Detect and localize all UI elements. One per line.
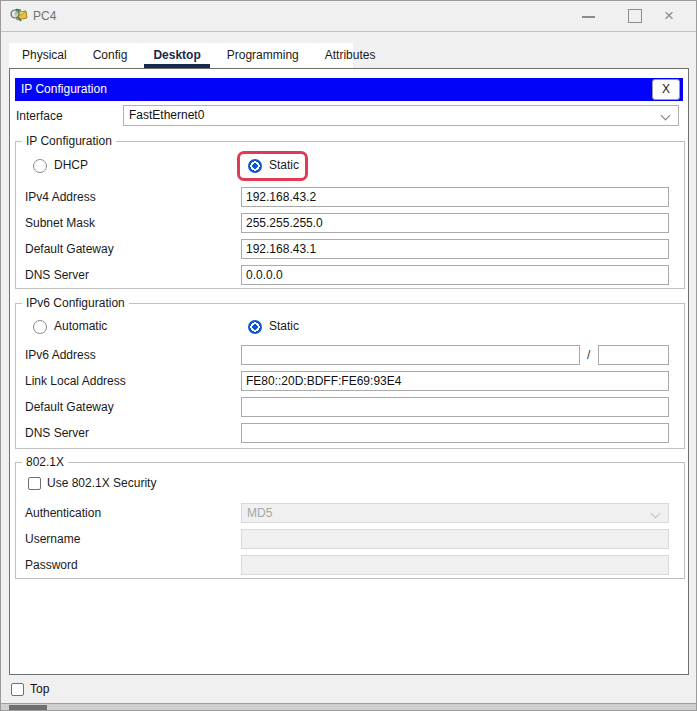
authentication-selected-value: MD5 [247, 506, 272, 520]
tab-programming[interactable]: Programming [214, 43, 312, 68]
dhcp-radio-label[interactable]: DHCP [54, 158, 88, 174]
ipv6-automatic-radio-label[interactable]: Automatic [54, 319, 107, 335]
ipv6-static-radio-label[interactable]: Static [269, 319, 299, 335]
ipv6-prefix-separator: / [587, 345, 590, 365]
ipv6-static-radio[interactable] [248, 320, 262, 334]
static-radio[interactable] [248, 159, 262, 173]
authentication-label: Authentication [25, 503, 101, 523]
pc-window: { "window": { "title": "PC4" }, "tabs": … [0, 0, 697, 711]
ipv6-configuration-group: IPv6 Configuration Automatic Static IPv6… [15, 303, 685, 449]
dhcp-radio[interactable] [33, 159, 47, 173]
dialog-title: IP Configuration [21, 82, 107, 96]
tab-desktop[interactable]: Desktop [140, 43, 213, 68]
dialog-close-button[interactable]: X [652, 79, 680, 100]
title-bar: PC4 × [1, 1, 696, 32]
packet-tracer-device-icon [10, 7, 28, 24]
link-local-address-input[interactable] [241, 371, 669, 391]
maximize-icon [628, 9, 642, 23]
ipv6-default-gateway-label: Default Gateway [25, 397, 114, 417]
ipv6-configuration-legend: IPv6 Configuration [22, 296, 129, 311]
tab-attributes[interactable]: Attributes [312, 43, 389, 68]
desktop-content-panel: IP Configuration X Interface FastEtherne… [9, 68, 689, 675]
dns-server-label: DNS Server [25, 265, 89, 285]
interface-label: Interface [16, 106, 63, 127]
8021x-legend: 802.1X [22, 455, 68, 470]
ipv6-automatic-radio[interactable] [33, 320, 47, 334]
username-label: Username [25, 529, 80, 549]
chevron-down-icon [651, 509, 661, 519]
top-checkbox[interactable] [11, 683, 24, 696]
password-input [241, 555, 669, 575]
background-window-fragment [9, 705, 47, 711]
use-8021x-security-label[interactable]: Use 802.1X Security [47, 476, 156, 492]
ipv6-default-gateway-input[interactable] [241, 397, 669, 417]
window-bottom-edge [1, 703, 696, 711]
top-checkbox-label[interactable]: Top [30, 682, 49, 697]
interface-dropdown[interactable]: FastEthernet0 [123, 105, 679, 126]
window-title: PC4 [33, 9, 56, 23]
ipv6-dns-server-input[interactable] [241, 423, 669, 443]
username-input [241, 529, 669, 549]
tab-bar: Physical Config Desktop Programming Attr… [9, 43, 353, 68]
ipv6-prefix-input[interactable] [598, 345, 669, 365]
subnet-mask-input[interactable] [241, 213, 669, 233]
ipv6-dns-server-label: DNS Server [25, 423, 89, 443]
ipv6-address-input[interactable] [241, 345, 580, 365]
ipv4-address-input[interactable] [241, 187, 669, 207]
ip-configuration-legend: IP Configuration [22, 134, 116, 149]
default-gateway-label: Default Gateway [25, 239, 114, 259]
dns-server-input[interactable] [241, 265, 669, 285]
minimize-icon [582, 16, 595, 18]
ipv4-address-label: IPv4 Address [25, 187, 96, 207]
ip-configuration-group: IP Configuration DHCP Static IPv4 Addres… [15, 141, 685, 289]
interface-selected-value: FastEthernet0 [129, 108, 204, 122]
chevron-down-icon [661, 111, 671, 121]
maximize-button[interactable] [618, 1, 652, 31]
use-8021x-security-checkbox[interactable] [28, 477, 41, 490]
close-icon: × [664, 5, 674, 27]
minimize-button[interactable] [572, 1, 606, 31]
8021x-group: 802.1X Use 802.1X Security Authenticatio… [15, 462, 685, 579]
link-local-address-label: Link Local Address [25, 371, 126, 391]
tab-config[interactable]: Config [80, 43, 141, 68]
subnet-mask-label: Subnet Mask [25, 213, 95, 233]
ipv6-address-label: IPv6 Address [25, 345, 96, 365]
close-window-button[interactable]: × [656, 1, 690, 31]
tab-physical[interactable]: Physical [9, 43, 80, 68]
authentication-dropdown: MD5 [241, 503, 669, 523]
static-radio-label[interactable]: Static [269, 158, 299, 174]
ip-configuration-dialog-header: IP Configuration X [15, 78, 683, 101]
password-label: Password [25, 555, 78, 575]
default-gateway-input[interactable] [241, 239, 669, 259]
